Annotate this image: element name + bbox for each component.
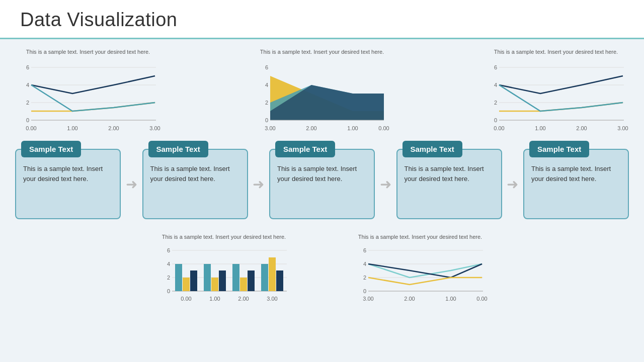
svg-text:6: 6 xyxy=(494,64,497,70)
bottom-charts-row: This is a sample text. Insert your desir… xyxy=(15,233,629,325)
svg-rect-51 xyxy=(211,278,218,291)
svg-text:2: 2 xyxy=(363,275,366,281)
svg-text:6: 6 xyxy=(363,247,366,253)
svg-text:2.00: 2.00 xyxy=(404,296,415,302)
process-row: Sample Text This is a sample text. Inser… xyxy=(15,149,629,219)
svg-text:6: 6 xyxy=(167,247,170,253)
process-box-4: Sample Text This is a sample text. Inser… xyxy=(396,149,502,219)
svg-text:3.00: 3.00 xyxy=(267,296,277,302)
svg-text:0.00: 0.00 xyxy=(476,296,487,302)
svg-text:1.00: 1.00 xyxy=(347,125,358,131)
svg-text:2: 2 xyxy=(265,100,268,106)
svg-rect-49 xyxy=(190,270,197,291)
slide: Data Visualization This is a sample text… xyxy=(0,0,644,362)
svg-rect-52 xyxy=(219,270,226,291)
arrow-3: ➜ xyxy=(380,176,391,193)
process-box-3-header: Sample Text xyxy=(275,141,335,157)
top-center-chart-title: This is a sample text. Insert your desir… xyxy=(254,48,390,55)
svg-text:0: 0 xyxy=(26,117,29,123)
svg-text:0: 0 xyxy=(167,288,170,294)
process-box-1-header: Sample Text xyxy=(21,141,81,157)
top-right-chart: This is a sample text. Insert your desir… xyxy=(483,48,629,143)
arrow-1: ➜ xyxy=(126,176,137,193)
bottom-left-chart: This is a sample text. Insert your desir… xyxy=(156,233,292,325)
process-box-5: Sample Text This is a sample text. Inser… xyxy=(523,149,629,219)
main-content: This is a sample text. Insert your desir… xyxy=(0,39,644,331)
svg-text:2.00: 2.00 xyxy=(576,125,587,131)
svg-text:1.00: 1.00 xyxy=(209,296,220,302)
process-box-5-header: Sample Text xyxy=(529,141,589,157)
svg-text:0.00: 0.00 xyxy=(494,125,504,131)
svg-text:6: 6 xyxy=(26,64,29,70)
svg-text:3.00: 3.00 xyxy=(265,125,275,131)
arrow-2: ➜ xyxy=(253,176,264,193)
top-center-chart: This is a sample text. Insert your desir… xyxy=(254,48,390,143)
svg-rect-48 xyxy=(183,278,190,291)
process-box-2: Sample Text This is a sample text. Inser… xyxy=(142,149,248,219)
svg-text:2: 2 xyxy=(26,100,29,106)
process-box-1: Sample Text This is a sample text. Inser… xyxy=(15,149,121,219)
svg-text:1.00: 1.00 xyxy=(535,125,545,131)
svg-text:3.00: 3.00 xyxy=(149,125,160,131)
svg-rect-54 xyxy=(240,278,247,291)
svg-text:0.00: 0.00 xyxy=(26,125,36,131)
process-box-3: Sample Text This is a sample text. Inser… xyxy=(269,149,375,219)
process-box-4-header: Sample Text xyxy=(403,141,462,157)
slide-header: Data Visualization xyxy=(0,0,644,39)
top-right-chart-svg: 6 4 2 0 0.00 1.00 2.00 3.00 xyxy=(483,57,629,143)
svg-text:0.00: 0.00 xyxy=(378,125,389,131)
svg-rect-53 xyxy=(232,264,239,291)
svg-rect-57 xyxy=(269,257,276,291)
svg-text:4: 4 xyxy=(494,82,497,88)
page-title: Data Visualization xyxy=(20,9,624,31)
top-right-chart-title: This is a sample text. Insert your desir… xyxy=(483,48,629,55)
top-center-chart-svg: 6 4 2 0 3.00 2.00 1.00 0.00 xyxy=(254,57,390,143)
bottom-right-chart-title: This is a sample text. Insert your desir… xyxy=(352,233,488,240)
svg-text:0: 0 xyxy=(363,288,366,294)
bottom-left-chart-svg: 6 4 2 0 xyxy=(156,243,292,326)
svg-rect-58 xyxy=(276,270,283,291)
svg-rect-47 xyxy=(175,264,182,291)
bottom-right-chart: This is a sample text. Insert your desir… xyxy=(352,233,488,325)
svg-text:0.00: 0.00 xyxy=(181,296,191,302)
svg-text:0: 0 xyxy=(494,117,497,123)
svg-text:2.00: 2.00 xyxy=(108,125,119,131)
svg-text:4: 4 xyxy=(167,261,170,267)
svg-rect-56 xyxy=(261,264,268,291)
top-charts-row: This is a sample text. Insert your desir… xyxy=(15,48,629,143)
top-left-chart-title: This is a sample text. Insert your desir… xyxy=(15,48,161,55)
svg-rect-55 xyxy=(248,270,255,291)
svg-text:0: 0 xyxy=(265,117,268,123)
svg-text:2: 2 xyxy=(494,100,497,106)
svg-text:3.00: 3.00 xyxy=(363,296,373,302)
svg-text:2.00: 2.00 xyxy=(238,296,249,302)
top-left-chart: This is a sample text. Insert your desir… xyxy=(15,48,161,143)
svg-text:3.00: 3.00 xyxy=(617,125,628,131)
svg-text:2.00: 2.00 xyxy=(306,125,316,131)
svg-text:1.00: 1.00 xyxy=(445,296,456,302)
process-box-2-header: Sample Text xyxy=(148,141,208,157)
svg-text:4: 4 xyxy=(26,82,29,88)
svg-text:4: 4 xyxy=(265,82,268,88)
top-left-chart-svg: 6 4 2 0 0.00 1.00 2.00 3.00 xyxy=(15,57,161,143)
bottom-left-chart-title: This is a sample text. Insert your desir… xyxy=(156,233,292,240)
bottom-right-chart-svg: 6 4 2 0 3.00 2.00 1.00 0.00 xyxy=(352,243,488,326)
svg-text:6: 6 xyxy=(265,64,268,70)
svg-rect-50 xyxy=(204,264,211,291)
arrow-4: ➜ xyxy=(507,176,518,193)
svg-text:4: 4 xyxy=(363,261,366,267)
svg-text:2: 2 xyxy=(167,275,170,281)
svg-text:1.00: 1.00 xyxy=(67,125,77,131)
